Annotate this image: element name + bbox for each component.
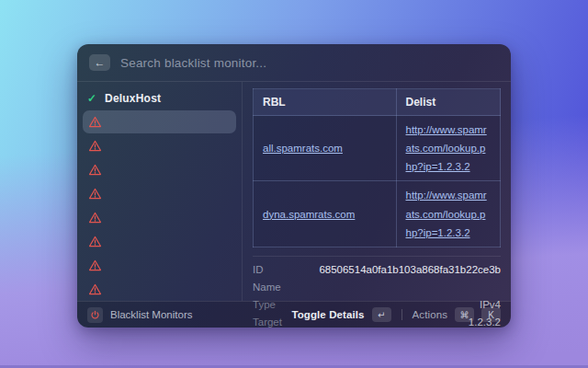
- rbl-table: RBL Delist all.spamrats.com http://www.s…: [253, 88, 501, 247]
- rbl-link[interactable]: all.spamrats.com: [263, 143, 343, 154]
- search-bar: ← Search blacklist monitor...: [77, 44, 511, 82]
- warning-icon: [88, 211, 102, 224]
- metadata-label: Name: [253, 282, 281, 293]
- action-bar: Blacklist Monitors Toggle Details ↵ Acti…: [77, 301, 511, 328]
- sidebar-list: [83, 110, 236, 301]
- column-header-delist: Delist: [396, 89, 501, 116]
- delist-link[interactable]: http://www.spamrats.com/lookup.php?ip=1.…: [406, 190, 487, 237]
- warning-icon: [88, 163, 102, 177]
- toggle-details-button[interactable]: Toggle Details: [291, 309, 364, 320]
- extension-icon: [87, 307, 103, 323]
- warning-icon: [88, 235, 102, 248]
- extension-name-label: Blacklist Monitors: [110, 309, 192, 320]
- blacklist-list-item[interactable]: [83, 230, 236, 253]
- blacklist-monitor-window: ← Search blacklist monitor... ✓ DeluxHos…: [77, 44, 511, 328]
- metadata-row-name: Name: [253, 279, 501, 296]
- warning-icon: [88, 282, 102, 296]
- enter-key-badge: ↵: [372, 307, 391, 322]
- blacklist-list-item[interactable]: [83, 182, 236, 205]
- warning-icon: [88, 115, 102, 129]
- blacklist-list-item[interactable]: [83, 254, 236, 277]
- check-icon: ✓: [87, 92, 96, 105]
- cmd-key-badge: ⌘: [455, 307, 474, 322]
- rbl-link[interactable]: dyna.spamrats.com: [263, 209, 355, 220]
- back-arrow-icon: ←: [95, 57, 106, 68]
- power-icon: [90, 310, 100, 320]
- blacklist-list-item[interactable]: [83, 206, 236, 229]
- blacklist-list-item[interactable]: [83, 134, 236, 157]
- k-key-badge: K: [481, 307, 501, 322]
- table-header-row: RBL Delist: [254, 89, 501, 116]
- sidebar-section-header: ✓ DeluxHost: [83, 87, 236, 109]
- warning-icon: [88, 187, 102, 201]
- divider: [401, 309, 402, 320]
- search-input[interactable]: Search blacklist monitor...: [120, 56, 266, 70]
- host-name-label: DeluxHost: [105, 92, 161, 105]
- blacklist-list-item[interactable]: [83, 278, 236, 301]
- metadata-label: ID: [253, 264, 264, 275]
- warning-icon: [88, 139, 102, 153]
- blacklist-list-item[interactable]: [83, 110, 236, 133]
- blacklist-list-item[interactable]: [83, 158, 236, 181]
- desktop-background: ← Search blacklist monitor... ✓ DeluxHos…: [0, 0, 588, 368]
- back-button[interactable]: ←: [89, 54, 110, 71]
- actions-button[interactable]: Actions: [413, 309, 447, 320]
- table-row: dyna.spamrats.com http://www.spamrats.co…: [254, 181, 501, 247]
- table-row: all.spamrats.com http://www.spamrats.com…: [254, 116, 501, 181]
- warning-icon: [88, 259, 102, 272]
- sidebar: ✓ DeluxHost: [77, 82, 243, 301]
- column-header-rbl: RBL: [254, 89, 397, 116]
- delist-link[interactable]: http://www.spamrats.com/lookup.php?ip=1.…: [406, 124, 487, 172]
- metadata-row-id: ID 68506514a0fa1b103a868fa31b22ce3b: [253, 261, 501, 279]
- metadata-value: 68506514a0fa1b103a868fa31b22ce3b: [319, 264, 501, 275]
- detail-panel: RBL Delist all.spamrats.com http://www.s…: [243, 82, 511, 301]
